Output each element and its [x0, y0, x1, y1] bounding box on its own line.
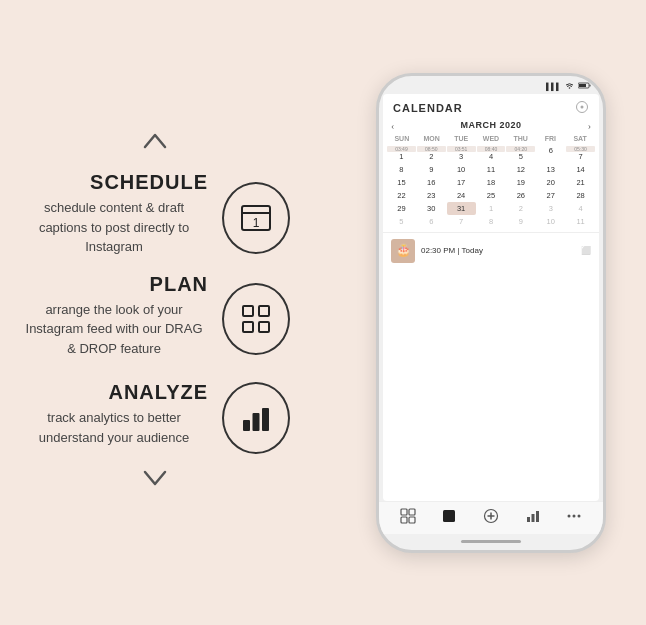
nav-chart-icon[interactable] — [525, 508, 541, 528]
cal-cell[interactable]: 03:513 — [447, 144, 476, 163]
cal-cell[interactable]: 17 — [447, 176, 476, 189]
cal-cell[interactable]: 14 — [566, 163, 595, 176]
svg-rect-16 — [401, 509, 407, 515]
svg-rect-13 — [590, 85, 591, 87]
cal-cell[interactable]: 9 — [417, 163, 446, 176]
svg-rect-6 — [259, 322, 269, 332]
month-navigation: ‹ MARCH 2020 › — [383, 118, 599, 133]
cal-cell[interactable]: 04:205 — [506, 144, 535, 163]
schedule-text: SCHEDULE schedule content & draft captio… — [20, 171, 208, 257]
event-time: 02:30 PM | Today — [421, 246, 483, 255]
week-3: 15 16 17 18 19 20 21 — [383, 176, 599, 189]
cal-cell[interactable]: 16 — [417, 176, 446, 189]
plan-desc: arrange the look of your Instagram feed … — [20, 300, 208, 359]
cal-cell[interactable]: 27 — [536, 189, 565, 202]
nav-square-icon[interactable] — [441, 508, 457, 528]
svg-text:1: 1 — [253, 216, 260, 230]
svg-rect-4 — [259, 306, 269, 316]
analyze-icon-circle — [222, 382, 290, 454]
cal-cell[interactable]: 25 — [477, 189, 506, 202]
cal-cell[interactable]: 26 — [506, 189, 535, 202]
cal-cell[interactable]: 9 — [506, 215, 535, 228]
cal-cell[interactable]: 12 — [506, 163, 535, 176]
month-label: MARCH 2020 — [460, 120, 521, 130]
nav-dots-icon[interactable] — [566, 508, 582, 528]
cal-cell[interactable]: 28 — [566, 189, 595, 202]
up-arrow[interactable] — [141, 131, 169, 157]
days-header: SUN MON TUE WED THU FRI SAT — [383, 133, 599, 144]
day-fri: FRI — [536, 135, 566, 142]
svg-rect-26 — [536, 511, 539, 522]
cal-cell[interactable]: 2 — [506, 202, 535, 215]
week-5: 29 30 31 1 2 3 4 — [383, 202, 599, 215]
analyze-text: ANALYZE track analytics to better unders… — [20, 381, 208, 447]
cal-cell[interactable]: 10 — [536, 215, 565, 228]
cal-cell[interactable]: 11 — [566, 215, 595, 228]
calendar-title: CALENDAR — [393, 102, 463, 114]
svg-point-27 — [568, 514, 571, 517]
cal-cell[interactable]: 7 — [447, 215, 476, 228]
day-tue: TUE — [446, 135, 476, 142]
svg-rect-19 — [409, 517, 415, 523]
event-row[interactable]: 🎂 02:30 PM | Today ⬜ — [383, 232, 599, 269]
analyze-desc: track analytics to better understand you… — [20, 408, 208, 447]
nav-grid-icon[interactable] — [400, 508, 416, 528]
next-month-button[interactable]: › — [588, 120, 591, 131]
week-6: 5 6 7 8 9 10 11 — [383, 215, 599, 228]
cal-cell[interactable]: 30 — [417, 202, 446, 215]
nav-plus-icon[interactable] — [483, 508, 499, 528]
cal-cell[interactable]: 4 — [566, 202, 595, 215]
phone: ▌▌▌ CALENDAR ‹ — [376, 73, 606, 553]
week-2: 8 9 10 11 12 13 14 — [383, 163, 599, 176]
cal-cell[interactable]: 3 — [536, 202, 565, 215]
cal-cell[interactable]: 20 — [536, 176, 565, 189]
cal-cell[interactable]: 22 — [387, 189, 416, 202]
svg-rect-18 — [401, 517, 407, 523]
cal-cell[interactable]: 23 — [417, 189, 446, 202]
cal-cell[interactable]: 24 — [447, 189, 476, 202]
day-wed: WED — [476, 135, 506, 142]
svg-rect-24 — [527, 517, 530, 522]
home-bar — [461, 540, 521, 543]
prev-month-button[interactable]: ‹ — [391, 120, 394, 131]
svg-point-28 — [573, 514, 576, 517]
phone-screen: CALENDAR ‹ MARCH 2020 › SUN MON TUE WED — [383, 94, 599, 501]
svg-point-29 — [578, 514, 581, 517]
feature-analyze: ANALYZE track analytics to better unders… — [20, 374, 290, 454]
calendar-settings-icon[interactable] — [575, 100, 589, 116]
svg-rect-12 — [579, 84, 586, 87]
day-mon: MON — [417, 135, 447, 142]
cal-cell[interactable]: 6 — [417, 215, 446, 228]
cal-cell[interactable]: 08:404 — [477, 144, 506, 163]
plan-title: PLAN — [150, 273, 208, 296]
cal-cell[interactable]: 13 — [536, 163, 565, 176]
cal-cell[interactable]: 5 — [387, 215, 416, 228]
plan-icon-circle — [222, 283, 290, 355]
cal-cell[interactable]: 11 — [477, 163, 506, 176]
cal-cell[interactable]: 03:491 — [387, 144, 416, 163]
cal-cell[interactable]: 05:307 — [566, 144, 595, 163]
cal-cell[interactable]: 19 — [506, 176, 535, 189]
home-indicator — [379, 534, 603, 550]
cal-cell[interactable]: 8 — [477, 215, 506, 228]
analyze-title: ANALYZE — [108, 381, 208, 404]
cal-cell[interactable]: 6 — [536, 144, 565, 163]
svg-point-10 — [569, 87, 571, 89]
battery-icon — [578, 82, 591, 91]
down-arrow[interactable] — [141, 468, 169, 494]
day-sun: SUN — [387, 135, 417, 142]
cal-cell[interactable]: 1 — [477, 202, 506, 215]
phone-wrapper: ▌▌▌ CALENDAR ‹ — [366, 73, 616, 553]
cal-cell[interactable]: 15 — [387, 176, 416, 189]
cal-cell-today[interactable]: 31 — [447, 202, 476, 215]
cal-cell[interactable]: 18 — [477, 176, 506, 189]
cal-cell[interactable]: 29 — [387, 202, 416, 215]
cal-cell[interactable]: 10 — [447, 163, 476, 176]
svg-rect-25 — [531, 514, 534, 522]
schedule-title: SCHEDULE — [90, 171, 208, 194]
cal-cell[interactable]: 8 — [387, 163, 416, 176]
cal-cell[interactable]: 21 — [566, 176, 595, 189]
wifi-icon — [565, 82, 574, 91]
event-more-icon[interactable]: ⬜ — [581, 246, 591, 255]
cal-cell[interactable]: 08:502 — [417, 144, 446, 163]
